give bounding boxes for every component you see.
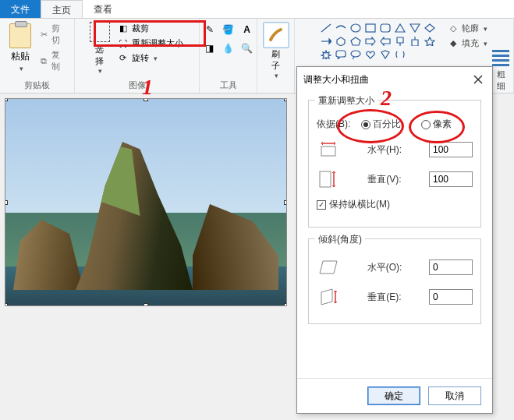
clipboard-group-label: 剪贴板: [24, 78, 50, 91]
brush-label: 刷 子: [271, 48, 280, 72]
fill-button[interactable]: ◆ 填充▾: [446, 37, 489, 50]
svg-marker-9: [337, 37, 345, 46]
outline-button[interactable]: ◇ 轮廓▾: [446, 22, 489, 35]
svg-marker-15: [412, 40, 418, 46]
skew-v-label: 垂直(E):: [346, 291, 423, 304]
svg-point-1: [351, 24, 360, 32]
crop-label: 裁剪: [132, 23, 149, 34]
svg-marker-17: [425, 37, 434, 46]
select-label: 选 择: [95, 44, 104, 67]
fill-tool[interactable]: 🪣: [221, 22, 236, 37]
svg-line-0: [321, 24, 331, 32]
outline-icon: ◇: [448, 23, 459, 34]
svg-marker-10: [351, 37, 360, 45]
rotate-icon: ⟳: [118, 53, 129, 64]
svg-marker-11: [366, 37, 375, 45]
resize-h-input[interactable]: [429, 142, 473, 157]
crop-icon: ◧: [118, 23, 129, 34]
skew-h-icon: [317, 256, 340, 278]
aspect-checkbox[interactable]: 保持纵横比(M): [317, 198, 390, 211]
outline-label: 轮廓: [462, 23, 479, 34]
scissors-icon: ✂: [39, 29, 48, 40]
fill-icon: ◆: [448, 38, 459, 49]
svg-marker-27: [320, 261, 337, 274]
tools-group-label: 工具: [220, 78, 237, 91]
skew-v-icon: [317, 286, 340, 308]
eraser-tool[interactable]: ◨: [202, 41, 218, 56]
radio-icon: [421, 120, 431, 129]
skew-legend: 倾斜(角度): [315, 233, 365, 246]
svg-marker-18: [321, 51, 331, 59]
resize-legend: 重新调整大小: [315, 94, 378, 108]
svg-marker-28: [321, 289, 332, 305]
resize-label: 重新调整大小: [132, 37, 183, 49]
thickness-label: 粗 细: [492, 69, 509, 92]
resize-icon: ⛶: [118, 38, 129, 49]
tab-home[interactable]: 主页: [41, 0, 83, 18]
crop-button[interactable]: ◧ 裁剪: [116, 22, 185, 35]
resize-v-input[interactable]: [429, 171, 473, 187]
brush-icon: [263, 22, 289, 48]
svg-marker-6: [425, 24, 434, 32]
paste-label: 粘贴: [11, 50, 30, 63]
skew-h-input[interactable]: [429, 259, 473, 275]
cut-label: 剪切: [51, 23, 66, 46]
copy-button[interactable]: ⧉ 复制: [37, 48, 68, 73]
cut-button[interactable]: ✂ 剪切: [37, 22, 68, 47]
picker-tool[interactable]: 💧: [221, 41, 236, 56]
svg-line-20: [353, 57, 354, 59]
copy-label: 复制: [51, 49, 66, 72]
dialog-title: 调整大小和扭曲: [303, 73, 369, 86]
canvas-image[interactable]: [5, 98, 287, 306]
rotate-button[interactable]: ⟳ 旋转▾: [116, 51, 185, 65]
close-icon: [473, 75, 483, 84]
svg-rect-2: [366, 24, 375, 32]
svg-rect-23: [321, 146, 335, 156]
by-label: 依据(B):: [317, 118, 350, 131]
brush-button[interactable]: 刷 子▾: [263, 22, 289, 79]
resize-v-label: 垂直(V):: [346, 173, 423, 186]
zoom-tool[interactable]: 🔍: [239, 41, 255, 56]
clipboard-icon: [9, 23, 31, 48]
skew-v-input[interactable]: [429, 289, 473, 305]
dialog-close-button[interactable]: [470, 72, 486, 87]
tab-file[interactable]: 文件: [0, 0, 41, 18]
pencil-tool[interactable]: ✎: [202, 22, 218, 37]
resize-h-icon: [317, 139, 340, 161]
svg-marker-13: [397, 37, 403, 43]
resize-skew-dialog: 调整大小和扭曲 重新调整大小 依据(B): 百分比 像素 水平(H):: [296, 66, 493, 414]
paste-button[interactable]: 粘贴▾: [6, 22, 34, 74]
resize-v-icon: [317, 168, 340, 190]
text-tool[interactable]: A: [239, 22, 255, 37]
svg-marker-4: [395, 24, 405, 32]
tab-view[interactable]: 查看: [83, 0, 123, 18]
annotation-number-2: 2: [381, 86, 392, 111]
cancel-button[interactable]: 取消: [428, 386, 481, 405]
svg-marker-8: [329, 39, 331, 44]
selection-icon: [90, 22, 110, 42]
rotate-label: 旋转: [132, 52, 149, 64]
ok-button[interactable]: 确定: [367, 386, 420, 405]
svg-marker-12: [381, 37, 390, 45]
copy-icon: ⧉: [39, 55, 48, 66]
svg-rect-25: [320, 171, 331, 187]
resize-button[interactable]: ⛶ 重新调整大小: [116, 37, 185, 50]
radio-pixels[interactable]: 像素: [421, 118, 452, 131]
resize-h-label: 水平(H):: [346, 143, 423, 157]
select-button[interactable]: 选 择▾: [90, 22, 110, 75]
svg-marker-5: [410, 24, 420, 32]
annotation-number-1: 1: [142, 75, 153, 100]
radio-percent[interactable]: 百分比: [361, 118, 401, 131]
fill-label: 填充: [462, 37, 479, 49]
skew-h-label: 水平(O):: [346, 261, 423, 274]
svg-point-19: [351, 51, 360, 57]
svg-rect-3: [381, 24, 390, 32]
radio-icon: [361, 120, 370, 129]
thickness-button[interactable]: 粗 细: [492, 50, 509, 92]
checkbox-icon: [317, 200, 326, 210]
shape-gallery[interactable]: [320, 22, 437, 60]
